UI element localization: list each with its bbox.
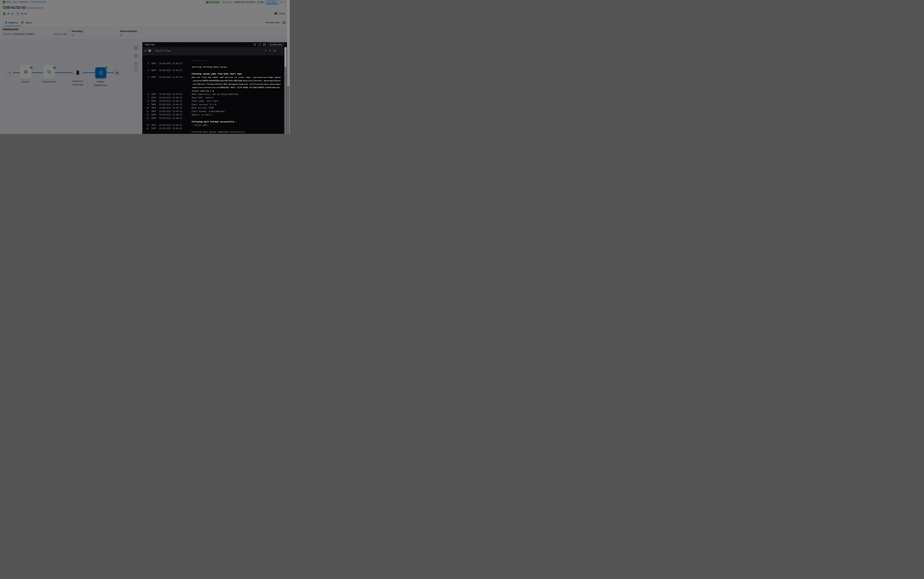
log-row: 4INFO15/09/2022 16:09:35: [142, 69, 284, 72]
log-row: 5INFO15/09/2022 16:09:35Did not find the…: [142, 75, 284, 79]
log-row: 16INFO15/09/2022 16:09:42Done.: [142, 134, 284, 134]
log-row: 11INFO15/09/2022 16:09:42Chart bucket: a…: [142, 110, 284, 113]
fetch-files-section: Fetch Files ↑ ↓ 9s in go:11:10 }3INFO15/…: [142, 47, 284, 134]
log-row: 8INFO15/09/2022 16:09:42Chart name: test…: [142, 100, 284, 103]
log-row: _achyuth/d605e19b46448ceaacb01fb4c19633a…: [142, 79, 284, 82]
step-logs-actions: Console View: [253, 43, 284, 46]
fetch-files-controls: ↑ ↓ 9s: [264, 49, 276, 52]
console-view-button[interactable]: Console View: [268, 43, 284, 46]
open-in-new-icon[interactable]: [263, 43, 266, 46]
log-row: 10INFO15/09/2022 16:09:42Helm version: V…: [142, 106, 284, 110]
log-row: 15INFO15/09/2022 16:09:42: [142, 127, 284, 130]
page-scrollbar-thumb[interactable]: [287, 86, 289, 134]
log-row: 7INFO15/09/2022 16:09:42Base Path: chart…: [142, 96, 284, 100]
log-row: 6INFO15/09/2022 16:09:42Helm repository:…: [142, 93, 284, 96]
expand-icon[interactable]: [258, 43, 261, 46]
log-scrollbar-thumb[interactable]: [285, 67, 286, 134]
pipeline-execution-page: ∞ CFDs_Test › Pipelines › CDS-41722-S3 ›…: [0, 0, 290, 134]
chevron-down-icon[interactable]: [144, 50, 147, 52]
log-scrollbar[interactable]: [284, 47, 287, 134]
log-row: -out/darwin-fastbuild/bin/260-delegate/e…: [142, 82, 284, 86]
search-icon[interactable]: [253, 43, 256, 46]
log-row: 12INFO15/09/2022 16:09:42Region: us-east…: [142, 113, 284, 117]
log-row: 13INFO15/09/2022 16:09:42: [142, 117, 284, 120]
step-duration: 9s: [273, 49, 276, 52]
page-scrollbar[interactable]: [287, 0, 290, 134]
step-logs-title: Step Logs: [145, 43, 155, 46]
log-lines[interactable]: in go:11:10 }3INFO15/09/2022 16:09:35Sta…: [142, 61, 284, 134]
log-row: in go:11:10 }: [142, 61, 284, 62]
step-success-icon: [148, 49, 151, 52]
log-row: 14INFO15/09/2022 16:09:42- values.yaml: [142, 123, 284, 127]
scroll-to-bottom-icon[interactable]: ↓: [269, 49, 271, 52]
scroll-to-top-icon[interactable]: ↑: [264, 49, 266, 52]
step-logs-header: Step Logs Console View: [142, 42, 287, 47]
log-row: t/test-chart/0.1.0: [142, 89, 284, 93]
log-row: Fetching values.yaml from helm chart rep…: [142, 72, 284, 75]
fetch-files-header[interactable]: Fetch Files ↑ ↓ 9s: [142, 47, 284, 56]
log-row: repository/helm/source/93602db7-89f2-317…: [142, 86, 284, 89]
log-row: Starting fetching Helm values: [142, 65, 284, 69]
log-row: Following were fetched successfully :: [142, 120, 284, 123]
log-row: 3INFO15/09/2022 16:09:35: [142, 62, 284, 65]
log-row: Fetching helm values completed successfu…: [142, 130, 284, 134]
step-name: Fetch Files: [155, 49, 171, 52]
step-logs-panel: Step Logs Console View: [142, 42, 287, 134]
log-row: 9INFO15/09/2022 16:09:42Chart version: 0…: [142, 103, 284, 106]
